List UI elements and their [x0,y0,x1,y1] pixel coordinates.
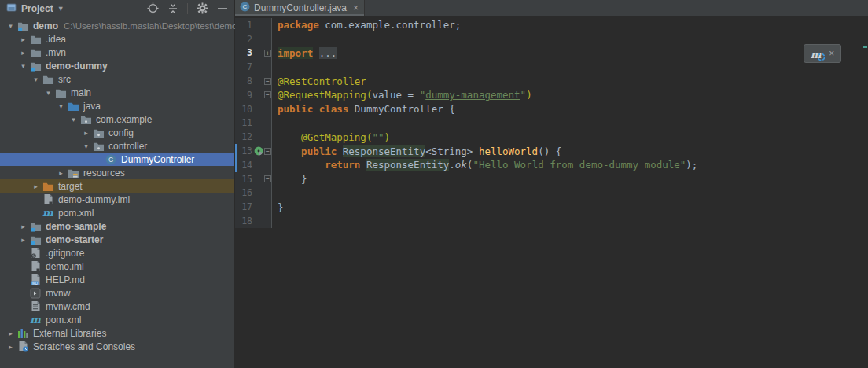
tree-item--mvn[interactable]: ▸.mvn [0,46,234,59]
locate-icon[interactable] [146,2,159,15]
code-line-1[interactable]: 1package com.example.controller; [235,18,868,32]
tree-item-label: demo [33,20,58,31]
gutter[interactable]: 10 [235,102,272,116]
tree-item-external-libraries[interactable]: ▸External Libraries [0,326,234,340]
gutter[interactable]: 16 [235,186,272,201]
tree-item--idea[interactable]: ▸.idea [0,32,234,46]
tree-item-src[interactable]: ▾src [0,72,234,86]
code-line-16[interactable]: 16 [235,186,868,201]
gutter[interactable]: 13− [235,144,272,158]
line-number: 17 [235,201,252,212]
code-line-3[interactable]: 3+import ... [235,46,868,61]
error-stripe-mark[interactable] [863,46,867,48]
tree-item-demo[interactable]: ▾demoC:\Users\hassib.maslah\Desktop\test… [0,19,234,32]
fold-marker-plus[interactable]: + [264,50,271,57]
gutter-icon-spacer [254,175,264,184]
tab-close-icon[interactable]: × [353,2,359,13]
tree-item-demo-sample[interactable]: ▸demo-sample [0,219,234,233]
chevron-down-icon[interactable]: ▼ [57,5,64,13]
chevron-expanded-icon[interactable]: ▾ [5,22,17,30]
chevron-collapsed-icon[interactable]: ▸ [17,35,29,43]
gutter[interactable]: 7 [235,60,272,74]
tree-item-demo-iml[interactable]: demo.iml [0,259,234,273]
tree-item-scratches-and-consoles[interactable]: ▸Scratches and Consoles [0,340,234,353]
code-token: return [325,159,360,171]
tree-item-label: demo-sample [46,221,106,232]
gutter[interactable]: 9− [235,88,272,102]
tree-item-java[interactable]: ▾java [0,99,234,112]
tree-item-mvnw[interactable]: mvnw [0,286,234,300]
gutter-icon-spacer [254,118,264,127]
gutter[interactable]: 2 [235,32,272,46]
fold-marker-minus[interactable]: − [264,91,271,98]
code-line-15[interactable]: 15− } [235,172,868,186]
code-text: public class DummyController { [272,103,455,115]
code-line-11[interactable]: 11 [235,116,868,131]
gutter[interactable]: 11 [235,116,272,131]
vcs-change-marker[interactable] [235,144,237,158]
hide-panel-icon[interactable] [216,2,229,15]
vcs-change-marker[interactable] [235,158,237,172]
tree-item-pom-xml[interactable]: mpom.xml [0,206,234,219]
chevron-expanded-icon[interactable]: ▾ [68,116,79,123]
gutter[interactable]: 14 [235,158,272,172]
chevron-expanded-icon[interactable]: ▾ [80,142,92,150]
panel-title[interactable]: Project [21,3,53,14]
tree-item-target[interactable]: ▸target [0,179,234,193]
code-line-13[interactable]: 13− public ResponseEntity<String> helloW… [235,144,868,158]
gutter[interactable]: 1 [235,18,272,32]
tree-item-help-md[interactable]: MDHELP.md [0,273,234,286]
maven-reload-icon[interactable]: m [811,47,823,60]
chevron-expanded-icon[interactable]: ▾ [55,102,67,110]
code-line-8[interactable]: 8−@RestController [235,74,868,88]
tree-item-pom-xml[interactable]: mpom.xml [0,313,234,326]
gutter[interactable]: 15− [235,172,272,186]
chevron-collapsed-icon[interactable]: ▸ [17,236,29,244]
tree-item-demo-dummy-iml[interactable]: demo-dummy.iml [0,193,234,206]
fold-marker-minus[interactable]: − [264,148,271,155]
tree-item-main[interactable]: ▾main [0,86,234,99]
fold-marker-minus[interactable]: − [264,78,271,85]
chevron-collapsed-icon[interactable]: ▸ [55,169,67,177]
tree-item--gitignore[interactable]: .gitignore [0,246,234,259]
code-line-18[interactable]: 18 [235,214,868,228]
popup-close-icon[interactable]: × [829,48,834,59]
tree-item-demo-dummy[interactable]: ▾demo-dummy [0,59,234,72]
code-line-2[interactable]: 2 [235,32,868,46]
fold-marker-end[interactable]: − [264,175,271,182]
tree-item-config[interactable]: ▸config [0,126,234,139]
gutter[interactable]: 3+ [235,46,272,61]
spring-mapping-gutter-icon[interactable] [254,146,264,156]
gutter[interactable]: 12 [235,130,272,144]
collapse-all-icon[interactable] [167,2,179,15]
tree-item-com-example[interactable]: ▾com.example [0,112,234,126]
chevron-expanded-icon[interactable]: ▾ [30,75,42,83]
chevron-collapsed-icon[interactable]: ▸ [80,129,92,137]
tab-dummycontroller-java[interactable]: C DummyController.java × [235,0,365,16]
gutter[interactable]: 18 [235,214,272,228]
tree-item-dummycontroller[interactable]: CDummyController [0,153,234,166]
tree-item-controller[interactable]: ▾controller [0,139,234,153]
chevron-collapsed-icon[interactable]: ▸ [17,223,29,230]
code-line-14[interactable]: 14 return ResponseEntity.ok("Hello World… [235,158,868,172]
gutter[interactable]: 17 [235,200,272,214]
code-line-7[interactable]: 7 [235,60,868,74]
chevron-collapsed-icon[interactable]: ▸ [30,182,42,190]
code-token: . [449,159,455,171]
chevron-expanded-icon[interactable]: ▾ [17,62,29,70]
gutter[interactable]: 8− [235,74,272,88]
chevron-collapsed-icon[interactable]: ▸ [5,343,17,351]
chevron-collapsed-icon[interactable]: ▸ [5,329,17,337]
tree-item-demo-starter[interactable]: ▸demo-starter [0,233,234,246]
tree-item-mvnw-cmd[interactable]: mvnw.cmd [0,300,234,313]
code-line-17[interactable]: 17} [235,200,868,214]
code-area[interactable]: 1package com.example.controller;23+impor… [235,17,868,368]
settings-gear-icon[interactable] [196,2,208,15]
chevron-collapsed-icon[interactable]: ▸ [17,49,29,57]
code-text: @GetMapping("") [272,131,390,143]
chevron-expanded-icon[interactable]: ▾ [42,89,54,97]
tree-item-resources[interactable]: ▸resources [0,166,234,179]
code-line-9[interactable]: 9−@RequestMapping(value = "dummy-managem… [235,88,868,102]
code-line-10[interactable]: 10public class DummyController { [235,102,868,116]
code-line-12[interactable]: 12 @GetMapping("") [235,130,868,144]
